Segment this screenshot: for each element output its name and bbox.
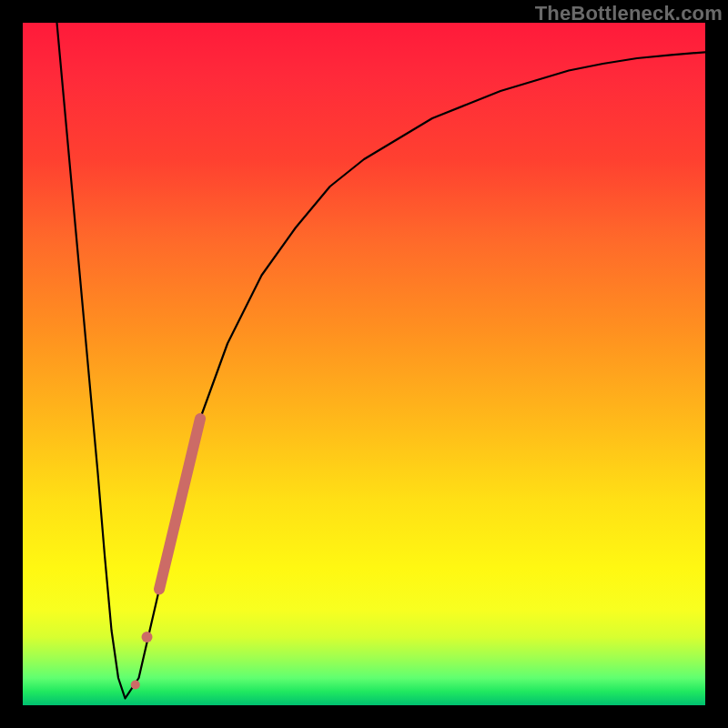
bottleneck-curve <box>57 23 706 699</box>
highlight-dot-2 <box>131 681 140 690</box>
highlight-dot-1 <box>142 632 153 642</box>
plot-area <box>23 23 705 705</box>
highlight-segment-main <box>159 419 200 590</box>
chart-svg <box>23 23 705 705</box>
watermark-text: TheBottleneck.com <box>535 2 723 25</box>
chart-frame: TheBottleneck.com <box>0 0 728 728</box>
